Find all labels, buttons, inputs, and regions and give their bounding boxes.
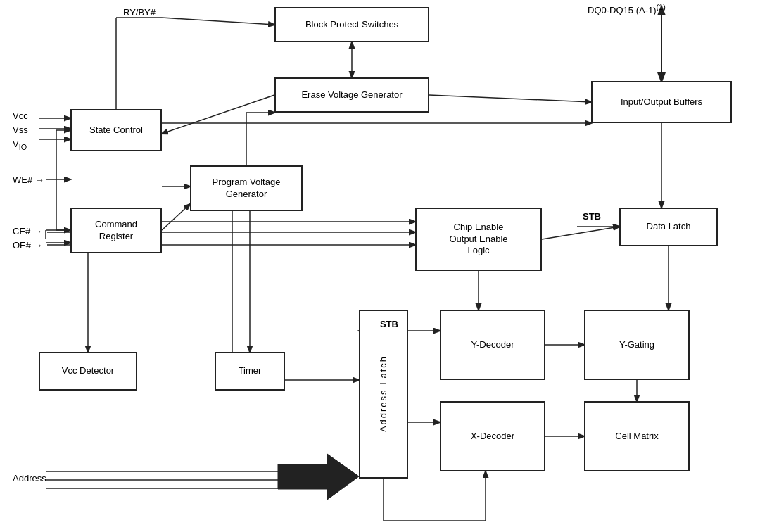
- svg-marker-34: [278, 454, 359, 500]
- dq-label: DQ0-DQ15 (A-1)(1): [588, 3, 666, 15]
- timer: Timer: [215, 352, 285, 391]
- circuit-diagram: Block Protect Switches Erase Voltage Gen…: [0, 0, 760, 532]
- svg-line-41: [162, 204, 190, 230]
- stb-top-label: STB: [583, 211, 601, 222]
- cell-matrix: Cell Matrix: [584, 401, 690, 471]
- svg-line-25: [542, 227, 619, 239]
- oe-label: OE# →: [13, 240, 43, 251]
- svg-line-7: [162, 95, 274, 134]
- svg-line-3: [162, 18, 274, 25]
- vio-label: VIO: [13, 139, 27, 151]
- ry-by-label: RY/BY#: [123, 7, 156, 18]
- program-voltage-generator: Program VoltageGenerator: [190, 165, 303, 211]
- input-output-buffers: Input/Output Buffers: [591, 81, 732, 123]
- vss-label: Vss: [13, 125, 28, 135]
- svg-line-20: [429, 95, 591, 102]
- vcc-detector: Vcc Detector: [39, 352, 137, 391]
- address-label: Address: [13, 473, 46, 483]
- we-label: WE# →: [13, 175, 44, 185]
- y-gating: Y-Gating: [584, 310, 690, 380]
- command-register: CommandRegister: [70, 208, 162, 253]
- chip-enable-logic: Chip EnableOutput EnableLogic: [415, 208, 542, 271]
- y-decoder: Y-Decoder: [440, 310, 545, 380]
- state-control: State Control: [70, 109, 162, 151]
- ce-label: CE# →: [13, 226, 42, 236]
- x-decoder: X-Decoder: [440, 401, 545, 471]
- block-protect-switches: Block Protect Switches: [274, 7, 429, 42]
- data-latch: Data Latch: [619, 208, 718, 246]
- stb-bottom-label: STB: [380, 319, 398, 329]
- erase-voltage-generator: Erase Voltage Generator: [274, 77, 429, 113]
- vcc-label: Vcc: [13, 110, 28, 121]
- address-latch: Address Latch: [359, 310, 408, 479]
